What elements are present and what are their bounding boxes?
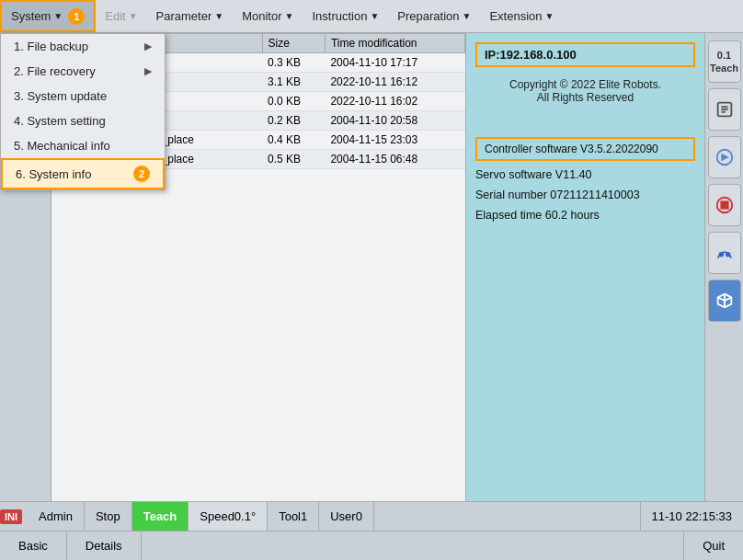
dropdown-mechanical-info[interactable]: 5. Mechanical info — [1, 133, 165, 158]
dropdown-system-setting-label: 4. System setting — [14, 114, 106, 128]
dropdown-mechanical-info-label: 5. Mechanical info — [14, 139, 110, 153]
dropdown-system-setting[interactable]: 4. System setting — [1, 109, 165, 133]
menu-system-arrow: ▼ — [53, 11, 63, 21]
tab-basic[interactable]: Basic — [0, 531, 67, 560]
right-btn-3d[interactable] — [708, 280, 741, 322]
user-label: User0 — [330, 509, 362, 523]
right-sidebar: 0.1 Teach — [704, 33, 743, 501]
menu-system[interactable]: System ▼ 1 — [0, 0, 96, 32]
menu-extension-label: Extension — [489, 9, 542, 23]
user-status[interactable]: User0 — [319, 502, 374, 531]
dropdown-system-info[interactable]: 6. System info 2 — [1, 158, 165, 189]
speed-label: Speed0.1° — [200, 509, 256, 523]
menu-monitor[interactable]: Monitor ▼ — [233, 0, 303, 32]
quit-button[interactable]: Quit — [683, 531, 743, 560]
file-time-cell: 2004-11-10 17:17 — [325, 53, 464, 73]
right-btn-5[interactable] — [708, 232, 741, 274]
copyright-line1: Copyright © 2022 Elite Robots. All Right… — [475, 78, 695, 104]
tool-status[interactable]: Tool1 — [268, 502, 319, 531]
dropdown-file-backup-label: 1. File backup — [14, 40, 88, 53]
teach-version: 0.1 — [717, 50, 731, 61]
file-size-cell: 0.2 KB — [262, 111, 325, 131]
menu-monitor-label: Monitor — [242, 9, 281, 23]
col-time: Time modification — [325, 34, 464, 53]
menu-instruction-label: Instruction — [312, 9, 367, 23]
tab-details[interactable]: Details — [67, 531, 142, 560]
menu-preparation-arrow: ▼ — [463, 11, 472, 21]
tab-details-label: Details — [86, 539, 122, 553]
file-time-cell: 2022-10-11 16:12 — [325, 73, 464, 92]
ini-badge: INI — [0, 509, 22, 524]
menu-edit: Edit ▼ — [96, 0, 146, 32]
menu-instruction[interactable]: Instruction ▼ — [303, 0, 388, 32]
file-size-cell: 0.5 KB — [262, 150, 325, 169]
menu-instruction-arrow: ▼ — [370, 11, 379, 21]
file-size-cell: 0.4 KB — [262, 131, 325, 150]
servo-software: Servo software V11.40 — [475, 168, 695, 181]
teach-status[interactable]: Teach — [132, 502, 189, 531]
file-time-cell: 2004-11-10 20:58 — [325, 111, 464, 131]
right-btn-4[interactable] — [708, 184, 741, 226]
svg-point-14 — [719, 253, 723, 257]
speed-status[interactable]: Speed0.1° — [189, 502, 268, 531]
menu-monitor-arrow: ▼ — [285, 11, 294, 21]
datetime-status: 11-10 22:15:33 — [640, 502, 743, 531]
tool-label: Tool1 — [279, 509, 307, 523]
file-time-cell: 2004-11-15 23:03 — [325, 131, 464, 150]
dropdown-system-info-label: 6. System info — [16, 167, 91, 181]
dropdown-system-info-badge: 2 — [133, 166, 150, 182]
dropdown-file-recovery-label: 2. File recovery — [14, 64, 96, 78]
menu-extension[interactable]: Extension ▼ — [480, 0, 563, 32]
system-dropdown: 1. File backup ▶ 2. File recovery ▶ 3. S… — [0, 33, 166, 190]
menu-parameter-label: Parameter — [156, 9, 212, 23]
right-btn-3[interactable] — [708, 136, 741, 178]
rights-text: All Rights Reserved — [537, 91, 634, 104]
menu-edit-label: Edit — [105, 9, 125, 23]
copyright-text: Copyright © 2022 Elite Robots. — [509, 78, 661, 91]
dropdown-file-backup[interactable]: 1. File backup ▶ — [1, 34, 165, 59]
statusbar: INI Admin Stop Teach Speed0.1° Tool1 Use… — [0, 501, 743, 531]
file-time-cell: 2022-10-11 16:02 — [325, 92, 464, 111]
dropdown-system-update-label: 3. System update — [14, 89, 107, 103]
admin-status[interactable]: Admin — [28, 502, 85, 531]
serial-number: Serial number 07211211410003 — [475, 189, 695, 201]
info-panel: IP:192.168.0.100 Copyright © 2022 Elite … — [465, 33, 704, 501]
tabbar: Basic Details Quit — [0, 531, 743, 560]
file-size-cell: 0.0 KB — [262, 92, 325, 111]
elapsed-time: Elapsed time 60.2 hours — [475, 209, 695, 222]
menu-edit-arrow: ▼ — [129, 11, 138, 21]
datetime-label: 11-10 22:15:33 — [652, 509, 732, 523]
ip-address: IP:192.168.0.100 — [475, 42, 695, 67]
menu-extension-arrow: ▼ — [545, 11, 554, 21]
menu-parameter-arrow: ▼ — [214, 11, 223, 21]
file-time-cell: 2004-11-15 06:48 — [325, 150, 464, 169]
file-size-cell: 3.1 KB — [262, 73, 325, 92]
svg-point-15 — [726, 253, 729, 257]
teach-status-label: Teach — [143, 509, 177, 523]
menubar: System ▼ 1 Edit ▼ Parameter ▼ Monitor ▼ … — [0, 0, 743, 33]
dropdown-file-recovery-arrow: ▶ — [144, 65, 152, 77]
menu-preparation[interactable]: Preparation ▼ — [388, 0, 480, 32]
teach-button[interactable]: 0.1 Teach — [708, 40, 741, 83]
controller-software: Controller software V3.5.2.2022090 — [475, 137, 695, 161]
svg-rect-13 — [721, 201, 727, 208]
tab-basic-label: Basic — [18, 539, 48, 553]
menu-system-badge: 1 — [68, 8, 85, 25]
dropdown-file-recovery[interactable]: 2. File recovery ▶ — [1, 59, 165, 84]
right-btn-2[interactable] — [708, 88, 741, 131]
menu-preparation-label: Preparation — [397, 9, 459, 23]
menu-parameter[interactable]: Parameter ▼ — [147, 0, 234, 32]
file-size-cell: 0.3 KB — [262, 53, 325, 73]
stop-status[interactable]: Stop — [85, 502, 132, 531]
dropdown-system-update[interactable]: 3. System update — [1, 84, 165, 109]
quit-label: Quit — [703, 539, 725, 553]
admin-label: Admin — [39, 509, 73, 523]
dropdown-file-backup-arrow: ▶ — [144, 40, 152, 52]
menu-system-label: System — [11, 9, 51, 23]
col-size: Size — [262, 34, 325, 53]
stop-label: Stop — [96, 509, 120, 523]
teach-label: Teach — [710, 63, 738, 74]
